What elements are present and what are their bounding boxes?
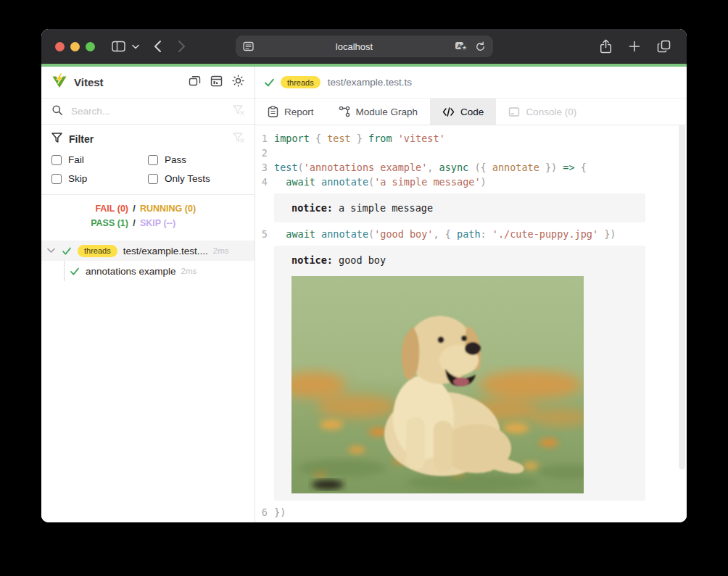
checkbox-icon[interactable] (148, 155, 158, 165)
reload-icon[interactable] (475, 41, 486, 52)
theme-sun-icon[interactable] (232, 75, 244, 90)
minimize-button[interactable] (70, 42, 80, 51)
code-line: 4 await annotate('a simple message') (255, 175, 687, 189)
sidebar-toggle-icon[interactable] (112, 41, 125, 52)
tab-label: Console (0) (526, 107, 576, 117)
open-file-name: test/example.test.ts (328, 77, 412, 88)
new-tab-icon[interactable] (629, 41, 640, 52)
safari-window: localhost A★ (41, 29, 687, 522)
cute-puppy-photo (291, 276, 584, 493)
notice-label: notice: (291, 254, 333, 266)
zoom-button[interactable] (86, 42, 95, 51)
code-icon (442, 107, 455, 117)
reader-icon[interactable] (243, 41, 254, 51)
code-line: 7 (255, 519, 687, 522)
view-tabs: ReportModule GraphCodeConsole (0) (255, 99, 687, 125)
collapse-panels-icon[interactable] (189, 75, 201, 90)
source-text: import { test } from 'vitest' (274, 131, 445, 146)
address-bar[interactable]: localhost A★ (236, 36, 493, 57)
forward-icon[interactable] (178, 40, 186, 53)
tab-console-0[interactable]: Console (0) (496, 99, 589, 125)
svg-text:★: ★ (462, 45, 466, 50)
code-line: 5 await annotate('good boy', { path: './… (255, 227, 687, 241)
share-icon[interactable] (600, 39, 612, 54)
vitest-logo (51, 73, 67, 91)
vertical-scrollbar[interactable] (679, 125, 685, 469)
tab-code[interactable]: Code (430, 99, 496, 125)
checkbox-label: Pass (165, 154, 186, 165)
line-number: 4 (255, 175, 274, 189)
module-graph-icon (339, 106, 350, 117)
tab-label: Code (460, 107, 484, 117)
source-text: await annotate('a simple message') (274, 175, 487, 189)
notice-text: notice: good boy (291, 253, 637, 267)
url-text[interactable]: localhost (254, 41, 455, 52)
checkbox-icon[interactable] (148, 174, 158, 184)
summary-separator: / (128, 216, 140, 230)
chevron-down-icon[interactable] (132, 44, 139, 49)
pool-badge: threads (78, 245, 117, 257)
app-title: Vitest (74, 76, 189, 88)
filter-checkbox-fail[interactable]: Fail (51, 154, 148, 165)
back-icon[interactable] (154, 40, 162, 53)
filter-section: Filter FailPassSkipOnly Tests (41, 125, 255, 195)
test-file-row[interactable]: threads test/example.test.... 2ms (41, 241, 255, 261)
line-number: 3 (255, 160, 274, 175)
summary-separator: / (128, 201, 140, 216)
tab-module-graph[interactable]: Module Graph (326, 99, 431, 125)
source-text: test('annotations example', async ({ ann… (274, 160, 587, 175)
code-line: 6}) (255, 505, 687, 519)
checkbox-label: Only Tests (165, 173, 210, 184)
code-viewer: 1import { test } from 'vitest'23test('an… (255, 125, 687, 522)
checkbox-icon[interactable] (51, 174, 62, 184)
translate-icon[interactable]: A★ (455, 41, 468, 51)
filter-checkbox-skip[interactable]: Skip (51, 173, 148, 184)
filter-checkbox-pass[interactable]: Pass (148, 154, 244, 165)
filter-clear-icon (233, 133, 244, 146)
test-duration: 2ms (181, 267, 197, 275)
summary-count: FAIL (0) (41, 201, 128, 216)
pass-check-icon (264, 78, 275, 88)
line-number: 1 (255, 131, 274, 146)
tab-report[interactable]: Report (255, 99, 326, 125)
window-controls (55, 42, 95, 51)
line-number: 7 (255, 519, 274, 522)
checkbox-label: Fail (68, 154, 84, 165)
test-tree: threads test/example.test.... 2ms annota… (41, 241, 255, 281)
summary-line: FAIL (0)/RUNNING (0) (41, 201, 255, 216)
tab-label: Module Graph (356, 107, 418, 117)
line-number: 2 (255, 146, 274, 160)
annotation-notice: notice: good boy (274, 246, 645, 501)
source-text: }) (274, 505, 286, 519)
summary-line: PASS (1)/SKIP (--) (41, 216, 255, 230)
notice-label: notice: (291, 202, 333, 214)
tab-overview-icon[interactable] (657, 40, 671, 53)
test-duration: 2ms (213, 246, 229, 255)
test-case-name: annotations example (86, 266, 176, 277)
desktop-background: localhost A★ (0, 0, 728, 576)
line-number: 6 (255, 505, 274, 519)
search-input[interactable]: Search... (71, 106, 233, 117)
pass-check-icon (62, 246, 72, 256)
filter-checkbox-only-tests[interactable]: Only Tests (148, 173, 244, 184)
summary-count: SKIP (--) (140, 216, 175, 230)
sidebar: Vitest (41, 67, 255, 522)
chevron-down-icon[interactable] (47, 248, 57, 254)
filter-label: Filter (69, 133, 233, 145)
search-bar[interactable]: Search... (41, 99, 255, 125)
code-line: 2 (255, 146, 687, 160)
summary-count: PASS (1) (41, 216, 128, 230)
test-summary: FAIL (0)/RUNNING (0)PASS (1)/SKIP (--) (41, 195, 255, 238)
sidebar-header: Vitest (41, 67, 255, 99)
pass-check-icon (70, 267, 80, 276)
tab-label: Report (284, 107, 314, 117)
code-line: 3test('annotations example', async ({ an… (255, 160, 687, 175)
test-case-row[interactable]: annotations example 2ms (41, 261, 255, 281)
line-number: 5 (255, 227, 274, 241)
dashboard-icon[interactable] (210, 75, 223, 90)
checkbox-icon[interactable] (51, 155, 62, 165)
filter-icon (51, 133, 62, 146)
close-button[interactable] (55, 42, 65, 51)
filter-clear-icon (233, 105, 244, 118)
test-file-name: test/example.test.... (123, 246, 208, 256)
